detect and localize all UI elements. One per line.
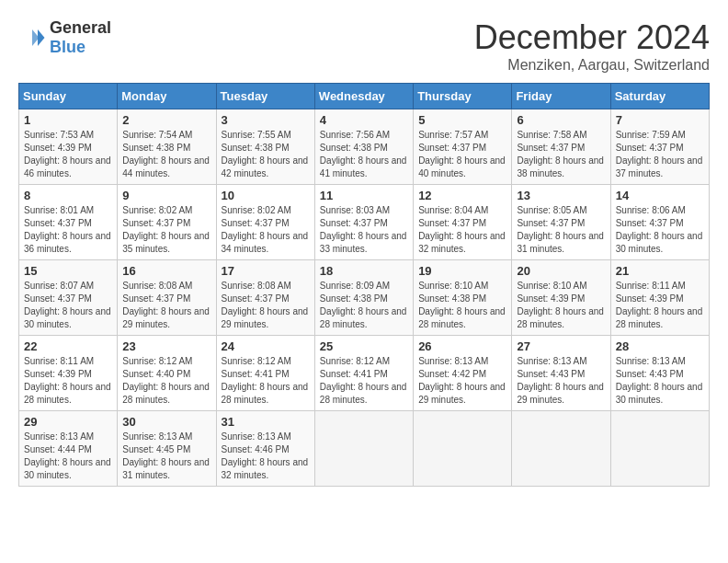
- logo-blue-text: Blue: [50, 38, 85, 56]
- day-cell: 13 Sunrise: 8:05 AM Sunset: 4:37 PM Dayl…: [512, 185, 610, 260]
- day-number: 11: [320, 189, 408, 202]
- day-number: 16: [122, 264, 210, 278]
- week-row-3: 15 Sunrise: 8:07 AM Sunset: 4:37 PM Dayl…: [19, 260, 710, 336]
- weekday-header-tuesday: Tuesday: [216, 84, 314, 109]
- day-info: Sunrise: 8:12 AM Sunset: 4:41 PM Dayligh…: [222, 355, 310, 407]
- day-cell: 30 Sunrise: 8:13 AM Sunset: 4:45 PM Dayl…: [118, 411, 216, 487]
- day-info: Sunrise: 8:03 AM Sunset: 4:37 PM Dayligh…: [320, 204, 408, 256]
- day-number: 30: [122, 415, 210, 429]
- day-cell: 10 Sunrise: 8:02 AM Sunset: 4:37 PM Dayl…: [216, 185, 314, 260]
- day-number: 2: [122, 113, 210, 127]
- weekday-header-monday: Monday: [118, 84, 216, 109]
- day-number: 13: [517, 189, 605, 202]
- day-number: 6: [517, 113, 605, 127]
- day-info: Sunrise: 7:57 AM Sunset: 4:37 PM Dayligh…: [418, 129, 506, 180]
- day-number: 9: [122, 189, 210, 202]
- day-cell: 5 Sunrise: 7:57 AM Sunset: 4:37 PM Dayli…: [414, 109, 512, 185]
- day-cell: 24 Sunrise: 8:12 AM Sunset: 4:41 PM Dayl…: [216, 336, 314, 411]
- weekday-header-friday: Friday: [512, 84, 610, 109]
- weekday-header-wednesday: Wednesday: [314, 84, 413, 109]
- day-number: 28: [616, 339, 704, 353]
- day-number: 12: [418, 189, 506, 202]
- week-row-5: 29 Sunrise: 8:13 AM Sunset: 4:44 PM Dayl…: [19, 411, 710, 487]
- day-number: 21: [616, 264, 704, 278]
- day-number: 3: [222, 113, 310, 127]
- day-cell: 20 Sunrise: 8:10 AM Sunset: 4:39 PM Dayl…: [512, 260, 610, 336]
- calendar-table: SundayMondayTuesdayWednesdayThursdayFrid…: [18, 83, 710, 487]
- day-info: Sunrise: 8:13 AM Sunset: 4:42 PM Dayligh…: [418, 355, 506, 407]
- day-cell: 23 Sunrise: 8:12 AM Sunset: 4:40 PM Dayl…: [118, 336, 216, 411]
- day-info: Sunrise: 8:12 AM Sunset: 4:40 PM Dayligh…: [122, 355, 210, 407]
- day-cell: [314, 411, 413, 487]
- day-cell: 28 Sunrise: 8:13 AM Sunset: 4:43 PM Dayl…: [610, 336, 709, 411]
- day-cell: 16 Sunrise: 8:08 AM Sunset: 4:37 PM Dayl…: [118, 260, 216, 336]
- day-number: 7: [616, 113, 704, 127]
- location-title: Menziken, Aargau, Switzerland: [474, 57, 710, 74]
- day-cell: 2 Sunrise: 7:54 AM Sunset: 4:38 PM Dayli…: [118, 109, 216, 185]
- day-info: Sunrise: 8:02 AM Sunset: 4:37 PM Dayligh…: [122, 204, 210, 256]
- day-number: 27: [517, 339, 605, 353]
- weekday-header-sunday: Sunday: [19, 84, 118, 109]
- weekday-header-row: SundayMondayTuesdayWednesdayThursdayFrid…: [19, 84, 710, 109]
- day-info: Sunrise: 8:01 AM Sunset: 4:37 PM Dayligh…: [24, 204, 112, 256]
- day-cell: 22 Sunrise: 8:11 AM Sunset: 4:39 PM Dayl…: [19, 336, 118, 411]
- day-cell: 3 Sunrise: 7:55 AM Sunset: 4:38 PM Dayli…: [216, 109, 314, 185]
- day-cell: 25 Sunrise: 8:12 AM Sunset: 4:41 PM Dayl…: [314, 336, 413, 411]
- day-number: 1: [24, 113, 112, 127]
- day-number: 19: [418, 264, 506, 278]
- day-cell: [610, 411, 709, 487]
- day-cell: 29 Sunrise: 8:13 AM Sunset: 4:44 PM Dayl…: [19, 411, 118, 487]
- day-cell: 21 Sunrise: 8:11 AM Sunset: 4:39 PM Dayl…: [610, 260, 709, 336]
- day-cell: 31 Sunrise: 8:13 AM Sunset: 4:46 PM Dayl…: [216, 411, 314, 487]
- day-info: Sunrise: 8:13 AM Sunset: 4:46 PM Dayligh…: [222, 431, 310, 482]
- day-info: Sunrise: 8:02 AM Sunset: 4:37 PM Dayligh…: [222, 204, 310, 256]
- day-cell: 27 Sunrise: 8:13 AM Sunset: 4:43 PM Dayl…: [512, 336, 610, 411]
- day-info: Sunrise: 8:11 AM Sunset: 4:39 PM Dayligh…: [616, 280, 704, 331]
- title-section: December 2024 Menziken, Aargau, Switzerl…: [474, 18, 710, 74]
- day-info: Sunrise: 7:54 AM Sunset: 4:38 PM Dayligh…: [122, 129, 210, 180]
- day-cell: [414, 411, 512, 487]
- day-number: 14: [616, 189, 704, 202]
- day-info: Sunrise: 8:08 AM Sunset: 4:37 PM Dayligh…: [122, 280, 210, 331]
- day-number: 24: [222, 339, 310, 353]
- day-info: Sunrise: 8:05 AM Sunset: 4:37 PM Dayligh…: [517, 204, 605, 256]
- day-info: Sunrise: 8:12 AM Sunset: 4:41 PM Dayligh…: [320, 355, 408, 407]
- day-info: Sunrise: 8:13 AM Sunset: 4:43 PM Dayligh…: [517, 355, 605, 407]
- page-header: General Blue December 2024 Menziken, Aar…: [18, 18, 710, 74]
- week-row-4: 22 Sunrise: 8:11 AM Sunset: 4:39 PM Dayl…: [19, 336, 710, 411]
- day-cell: 15 Sunrise: 8:07 AM Sunset: 4:37 PM Dayl…: [19, 260, 118, 336]
- day-number: 15: [24, 264, 112, 278]
- day-info: Sunrise: 8:10 AM Sunset: 4:38 PM Dayligh…: [418, 280, 506, 331]
- day-cell: 19 Sunrise: 8:10 AM Sunset: 4:38 PM Dayl…: [414, 260, 512, 336]
- day-number: 29: [24, 415, 112, 429]
- day-cell: 8 Sunrise: 8:01 AM Sunset: 4:37 PM Dayli…: [19, 185, 118, 260]
- day-info: Sunrise: 8:06 AM Sunset: 4:37 PM Dayligh…: [616, 204, 704, 256]
- day-cell: 14 Sunrise: 8:06 AM Sunset: 4:37 PM Dayl…: [610, 185, 709, 260]
- day-cell: 1 Sunrise: 7:53 AM Sunset: 4:39 PM Dayli…: [19, 109, 118, 185]
- day-number: 17: [222, 264, 310, 278]
- weekday-header-saturday: Saturday: [610, 84, 709, 109]
- day-cell: 7 Sunrise: 7:59 AM Sunset: 4:37 PM Dayli…: [610, 109, 709, 185]
- day-cell: 17 Sunrise: 8:08 AM Sunset: 4:37 PM Dayl…: [216, 260, 314, 336]
- day-info: Sunrise: 8:08 AM Sunset: 4:37 PM Dayligh…: [222, 280, 310, 331]
- day-number: 23: [122, 339, 210, 353]
- day-number: 18: [320, 264, 408, 278]
- day-cell: [512, 411, 610, 487]
- week-row-2: 8 Sunrise: 8:01 AM Sunset: 4:37 PM Dayli…: [19, 185, 710, 260]
- day-number: 25: [320, 339, 408, 353]
- day-info: Sunrise: 8:13 AM Sunset: 4:43 PM Dayligh…: [616, 355, 704, 407]
- day-info: Sunrise: 8:09 AM Sunset: 4:38 PM Dayligh…: [320, 280, 408, 331]
- logo-icon: [18, 24, 46, 52]
- day-cell: 4 Sunrise: 7:56 AM Sunset: 4:38 PM Dayli…: [314, 109, 413, 185]
- logo: General Blue: [18, 18, 111, 57]
- day-number: 31: [222, 415, 310, 429]
- day-info: Sunrise: 7:56 AM Sunset: 4:38 PM Dayligh…: [320, 129, 408, 180]
- weekday-header-thursday: Thursday: [414, 84, 512, 109]
- day-info: Sunrise: 8:13 AM Sunset: 4:45 PM Dayligh…: [122, 431, 210, 482]
- day-number: 4: [320, 113, 408, 127]
- day-cell: 18 Sunrise: 8:09 AM Sunset: 4:38 PM Dayl…: [314, 260, 413, 336]
- week-row-1: 1 Sunrise: 7:53 AM Sunset: 4:39 PM Dayli…: [19, 109, 710, 185]
- day-info: Sunrise: 7:59 AM Sunset: 4:37 PM Dayligh…: [616, 129, 704, 180]
- logo-general-text: General: [50, 18, 111, 37]
- day-info: Sunrise: 8:13 AM Sunset: 4:44 PM Dayligh…: [24, 431, 112, 482]
